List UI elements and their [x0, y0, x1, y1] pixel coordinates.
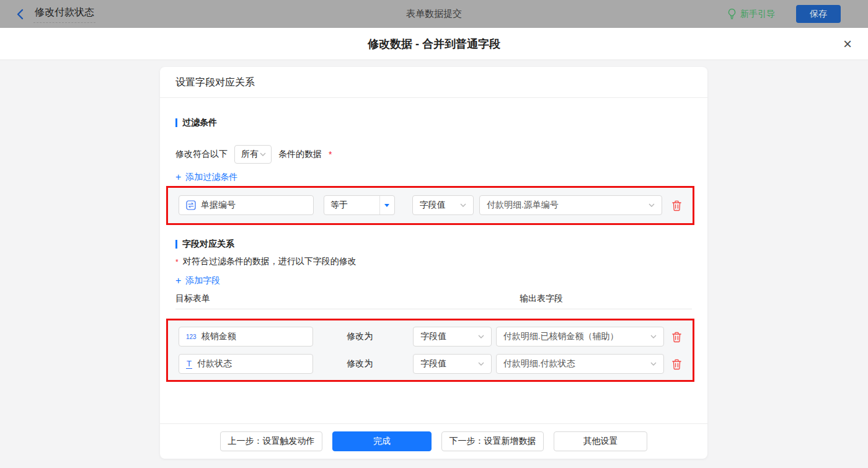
filter-condition-row: 单据编号 等于 字段值 付款明细.源单编号 — [179, 195, 682, 215]
lightbulb-icon — [727, 8, 737, 20]
chevron-down-icon — [478, 362, 484, 366]
prev-step-button[interactable]: 上一步：设置触发动作 — [220, 431, 322, 451]
beginner-guide-link[interactable]: 新手引导 — [727, 8, 775, 20]
mapping-row: 123 核销金额 修改为 字段值 付款明细.已核销金额（辅助） — [179, 327, 682, 347]
plus-icon: + — [175, 276, 181, 285]
output-field-column-header: 输出表字段 — [520, 293, 563, 304]
top-bar: 修改付款状态 表单数据提交 新手引导 保存 — [0, 0, 868, 28]
dialog-title: 修改数据 - 合并到普通字段 — [368, 37, 500, 51]
output-field-select[interactable]: 付款明细.已核销金额（辅助） — [496, 327, 664, 347]
done-button[interactable]: 完成 — [332, 431, 432, 451]
mode-prefix-label: 修改符合以下 — [175, 149, 228, 160]
mapping-note: * 对符合过滤条件的数据，进行以下字段的修改 — [175, 256, 692, 268]
divider — [175, 309, 692, 309]
target-field-box[interactable]: 123 核销金额 — [179, 327, 313, 347]
other-settings-button[interactable]: 其他设置 — [554, 431, 647, 451]
text-field-icon: T — [186, 360, 192, 369]
value-type-select[interactable]: 字段值 — [412, 195, 474, 215]
value-field-select[interactable]: 付款明细.源单编号 — [479, 195, 662, 215]
add-filter-condition-link[interactable]: + 添加过滤条件 — [175, 172, 237, 183]
modify-to-label: 修改为 — [347, 358, 374, 369]
serial-number-field-icon — [186, 200, 196, 210]
mapping-column-headers: 目标表单 输出表字段 — [175, 293, 692, 306]
delete-row-button[interactable] — [671, 358, 682, 370]
plus-icon: + — [175, 173, 181, 182]
mapping-settings-card: 设置字段对应关系 过滤条件 修改符合以下 所有 条件的数据 * + 添加过滤条件 — [160, 67, 707, 459]
mapping-row: T 付款状态 修改为 字段值 付款明细.付款状态 — [179, 354, 682, 374]
add-field-link[interactable]: + 添加字段 — [175, 275, 220, 286]
chevron-down-icon — [650, 335, 657, 338]
dialog-header: 修改数据 - 合并到普通字段 × — [0, 28, 868, 60]
filter-mode-row: 修改符合以下 所有 条件的数据 * — [175, 145, 692, 164]
delete-condition-button[interactable] — [671, 200, 682, 211]
number-field-icon: 123 — [186, 333, 197, 340]
operator-select[interactable]: 等于 — [324, 195, 395, 215]
chevron-down-icon — [650, 362, 657, 366]
filter-section-title: 过滤条件 — [175, 117, 692, 129]
filter-field-box[interactable]: 单据编号 — [179, 195, 314, 215]
trash-icon — [671, 358, 682, 370]
chevron-down-icon — [260, 152, 266, 156]
close-icon[interactable]: × — [843, 37, 852, 51]
mode-suffix-label: 条件的数据 — [278, 149, 322, 160]
required-mark: * — [175, 256, 179, 267]
annotation-box-mapping: 123 核销金额 修改为 字段值 付款明细.已核销金额（辅助） — [166, 319, 694, 382]
modify-to-label: 修改为 — [347, 331, 374, 342]
mapping-section-title: 字段对应关系 — [175, 238, 692, 250]
trash-icon — [671, 331, 682, 343]
target-form-column-header: 目标表单 — [175, 293, 210, 303]
dialog-body: 设置字段对应关系 过滤条件 修改符合以下 所有 条件的数据 * + 添加过滤条件 — [0, 60, 868, 468]
caret-down-icon — [384, 204, 389, 207]
value-type-select[interactable]: 字段值 — [413, 327, 491, 347]
workflow-title[interactable]: 修改付款状态 — [33, 6, 95, 23]
trash-icon — [671, 200, 682, 211]
chevron-down-icon — [460, 203, 466, 207]
target-field-box[interactable]: T 付款状态 — [179, 354, 313, 374]
chevron-down-icon — [649, 203, 655, 207]
card-title: 设置字段对应关系 — [160, 67, 707, 98]
next-step-button[interactable]: 下一步：设置新增数据 — [441, 431, 544, 451]
delete-row-button[interactable] — [671, 331, 682, 343]
back-icon[interactable] — [15, 8, 25, 20]
output-field-select[interactable]: 付款明细.付款状态 — [496, 354, 664, 374]
section-accent-bar — [175, 240, 177, 249]
card-body: 过滤条件 修改符合以下 所有 条件的数据 * + 添加过滤条件 — [160, 98, 707, 423]
section-accent-bar — [175, 118, 177, 127]
value-type-select[interactable]: 字段值 — [413, 354, 491, 374]
chevron-down-icon — [478, 335, 484, 338]
annotation-box-filter: 单据编号 等于 字段值 付款明细.源单编号 — [166, 186, 694, 225]
filter-mode-select[interactable]: 所有 — [234, 145, 272, 164]
card-footer: 上一步：设置触发动作 完成 下一步：设置新增数据 其他设置 — [160, 423, 707, 459]
required-mark: * — [329, 149, 332, 159]
save-button[interactable]: 保存 — [796, 5, 841, 23]
